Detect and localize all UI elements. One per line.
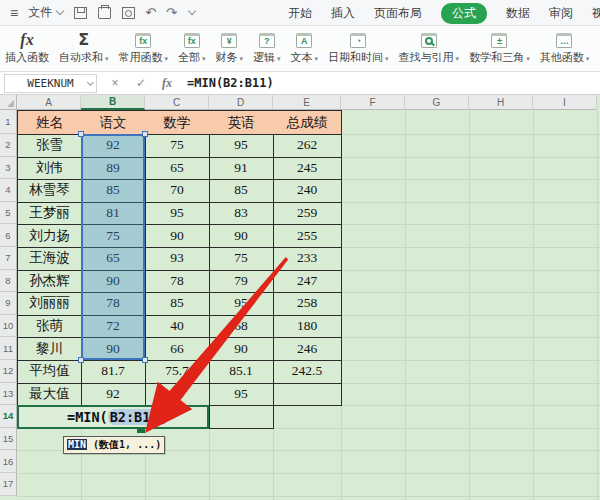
select-all-corner[interactable] [0,95,17,110]
cell-E4[interactable]: 240 [273,179,342,203]
cell-D2[interactable]: 95 [209,134,274,158]
cell-C6[interactable]: 90 [145,224,210,248]
row-header-12[interactable]: 12 [0,360,17,383]
row-header-9[interactable]: 9 [0,292,17,315]
autosum-button[interactable]: Σ自动求和▾ [54,28,114,70]
row-header-11[interactable]: 11 [0,337,17,360]
column-header-E[interactable]: E [273,95,341,110]
row-header-6[interactable]: 6 [0,224,17,247]
cancel-entry-icon[interactable]: × [107,76,123,90]
cell-E7[interactable]: 233 [273,247,342,271]
row-header-14[interactable]: 14 [0,405,17,428]
row-header-16[interactable]: 16 [0,450,17,473]
file-menu[interactable]: 文件 [28,4,63,21]
cell-A13[interactable]: 最大值 [17,383,82,407]
cell-B6[interactable]: 75 [81,224,146,248]
cell-D3[interactable]: 91 [209,157,274,181]
cell-E13[interactable] [273,383,342,407]
tab-审阅[interactable]: 审阅 [549,5,573,22]
print-preview-icon[interactable] [122,7,135,19]
cell-D5[interactable]: 83 [209,202,274,226]
cell-A6[interactable]: 刘力扬 [17,224,82,248]
cell-E12[interactable]: 242.5 [273,360,342,384]
lookup-reference-button[interactable]: 查找与引用▾ [394,28,465,70]
cell-C2[interactable]: 75 [145,134,210,158]
cell-A8[interactable]: 孙杰辉 [17,270,82,294]
row-header-4[interactable]: 4 [0,179,17,202]
row-header-5[interactable]: 5 [0,202,17,225]
cell-B2[interactable]: 92 [81,134,146,158]
cell-E9[interactable]: 258 [273,292,342,316]
selection-handle[interactable] [142,131,148,137]
edit-cell-fill-handle[interactable] [137,427,145,433]
column-header-I[interactable]: I [533,95,597,110]
cell-C7[interactable]: 93 [145,247,210,271]
all-functions-button[interactable]: fx全部▾ [173,28,211,70]
cell-A5[interactable]: 王梦丽 [17,202,82,226]
insert-function-icon[interactable]: fx [159,76,175,91]
editing-cell-formula[interactable]: =MIN(B2:B11) [17,405,209,429]
confirm-entry-icon[interactable]: ✓ [133,76,149,90]
cell-A11[interactable]: 黎川 [17,337,82,361]
cell-E8[interactable]: 247 [273,270,342,294]
column-header-A[interactable]: A [17,95,81,110]
row-header-17[interactable]: 17 [0,473,17,496]
common-functions-button[interactable]: fx常用函数▾ [114,28,174,70]
cell-C10[interactable]: 40 [145,315,210,339]
cell-D7[interactable]: 75 [209,247,274,271]
cell-D10[interactable]: 68 [209,315,274,339]
tab-公式[interactable]: 公式 [441,3,487,24]
column-header-G[interactable]: G [405,95,469,110]
cell-C4[interactable]: 70 [145,179,210,203]
cell-D9[interactable]: 95 [209,292,274,316]
tab-开始[interactable]: 开始 [288,5,312,22]
date-time-button[interactable]: ◔日期和时间▾ [323,28,394,70]
cell-D11[interactable]: 90 [209,337,274,361]
math-trig-button[interactable]: ±数学和三角▾ [464,28,535,70]
cell-A1[interactable]: 姓名 [17,110,82,135]
cell-D13[interactable]: 95 [209,383,274,407]
row-header-10[interactable]: 10 [0,315,17,338]
cell-D1[interactable]: 英语 [209,110,274,135]
selection-handle[interactable] [78,357,84,363]
cell-B1[interactable]: 语文 [81,110,146,135]
undo-icon[interactable]: ↶ [145,5,156,20]
name-box[interactable]: WEEKNUM [4,74,97,93]
cell-B3[interactable]: 89 [81,157,146,181]
tab-视图[interactable]: 视图 [592,5,600,22]
cell-C11[interactable]: 66 [145,337,210,361]
column-header-F[interactable]: F [341,95,405,110]
tab-数据[interactable]: 数据 [506,5,530,22]
cell-C1[interactable]: 数学 [145,110,210,135]
text-button[interactable]: A文本▾ [286,28,324,70]
cell-A2[interactable]: 张雪 [17,134,82,158]
row-header-3[interactable]: 3 [0,157,17,180]
cell-B7[interactable]: 65 [81,247,146,271]
column-header-D[interactable]: D [209,95,273,110]
cell-E2[interactable]: 262 [273,134,342,158]
insert-function-button[interactable]: fx插入函数 [0,28,54,70]
column-header-H[interactable]: H [469,95,533,110]
tab-插入[interactable]: 插入 [331,5,355,22]
cell-B11[interactable]: 90 [81,337,146,361]
other-functions-button[interactable]: …其他函数▾ [535,28,595,70]
row-header-8[interactable]: 8 [0,270,17,293]
cell-B4[interactable]: 85 [81,179,146,203]
logic-button[interactable]: ?逻辑▾ [248,28,286,70]
cell-B5[interactable]: 81 [81,202,146,226]
cell-D12[interactable]: 85.1 [209,360,274,384]
cell-B8[interactable]: 90 [81,270,146,294]
cell-A4[interactable]: 林雪琴 [17,179,82,203]
cell-B12[interactable]: 81.7 [81,360,146,384]
cell-D8[interactable]: 79 [209,270,274,294]
cell-E10[interactable]: 180 [273,315,342,339]
cell-C9[interactable]: 85 [145,292,210,316]
tab-页面布局[interactable]: 页面布局 [374,5,422,22]
cell-B13[interactable]: 92 [81,383,146,407]
cell-A9[interactable]: 刘丽丽 [17,292,82,316]
cell-E1[interactable]: 总成绩 [273,110,342,135]
cell-E6[interactable]: 255 [273,224,342,248]
cell-E3[interactable]: 245 [273,157,342,181]
row-header-13[interactable]: 13 [0,383,17,406]
cell-A12[interactable]: 平均值 [17,360,82,384]
